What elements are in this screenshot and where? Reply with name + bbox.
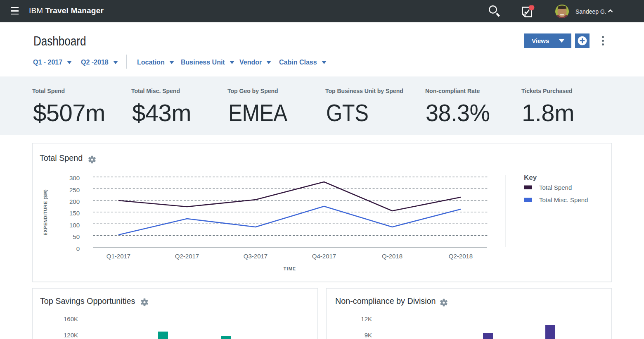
- svg-text:12K: 12K: [361, 315, 372, 322]
- svg-text:Q4-2017: Q4-2017: [312, 253, 336, 260]
- svg-text:250: 250: [69, 186, 80, 193]
- svg-text:0: 0: [76, 245, 80, 252]
- svg-text:160K: 160K: [64, 315, 78, 322]
- svg-text:100: 100: [69, 222, 80, 229]
- svg-text:150: 150: [69, 210, 80, 217]
- svg-text:TIME: TIME: [284, 266, 296, 271]
- svg-text:Q2-2018: Q2-2018: [449, 253, 473, 260]
- svg-text:Q3-2017: Q3-2017: [244, 253, 268, 260]
- svg-text:EXPENDITURE ($M): EXPENDITURE ($M): [43, 189, 48, 236]
- svg-text:9K: 9K: [365, 332, 372, 339]
- svg-text:Total Misc. Spend: Total Misc. Spend: [539, 196, 588, 203]
- svg-text:Q2-2017: Q2-2017: [175, 253, 199, 260]
- svg-text:Key: Key: [524, 174, 537, 181]
- svg-text:200: 200: [69, 198, 80, 205]
- svg-text:300: 300: [69, 174, 80, 181]
- svg-text:50: 50: [73, 233, 80, 240]
- svg-text:120K: 120K: [64, 332, 78, 339]
- svg-text:Q1-2017: Q1-2017: [107, 253, 130, 260]
- svg-text:Total Spend: Total Spend: [539, 184, 572, 191]
- svg-text:Q-2018: Q-2018: [382, 253, 402, 260]
